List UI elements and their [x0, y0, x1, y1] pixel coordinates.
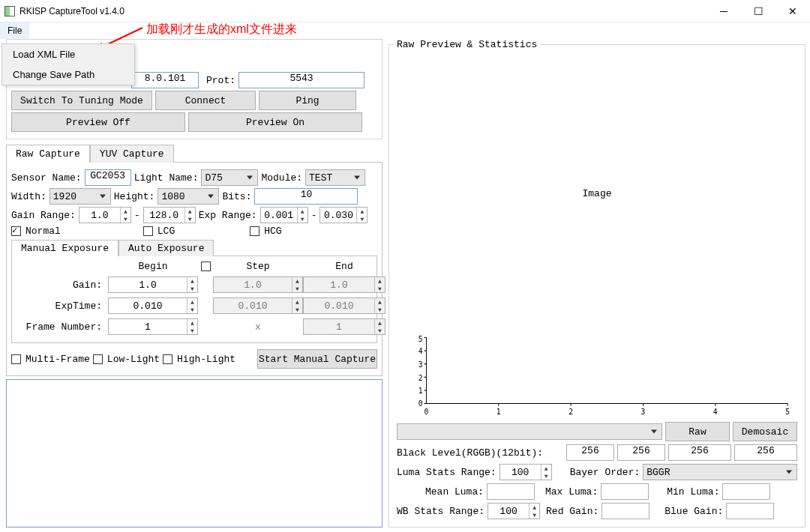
gain-begin-spin[interactable]: 1.0▲▼ [108, 276, 198, 293]
svg-text:0: 0 [418, 398, 423, 408]
exptime-begin-spin[interactable]: 0.010▲▼ [108, 297, 198, 314]
connect-button[interactable]: Connect [155, 91, 256, 110]
blue-gain-label: Blue Gain: [664, 506, 723, 517]
gain-range-label: Gain Range: [11, 210, 76, 221]
module-select[interactable]: TEST [305, 169, 365, 186]
lcg-check[interactable] [143, 226, 153, 236]
svg-text:1: 1 [418, 386, 423, 396]
light-select[interactable]: D75 [201, 169, 258, 186]
red-gain-label: Red Gain: [546, 506, 598, 517]
start-capture-button[interactable]: Start Manual Capture [257, 349, 377, 369]
svg-text:3: 3 [418, 360, 423, 369]
bayer-select[interactable]: BGGR [643, 464, 797, 480]
tab-raw-capture[interactable]: Raw Capture [6, 145, 90, 163]
gain-lo-spin[interactable]: 1.0▲▼ [79, 207, 131, 223]
minimize-button[interactable]: ─ [706, 0, 741, 22]
step-enable-check[interactable] [201, 262, 211, 271]
col-end: End [303, 261, 386, 272]
svg-text:5: 5 [418, 333, 423, 343]
wb-range-label: WB Stats Range: [397, 506, 484, 517]
exp-lo-spin[interactable]: 0.001▲▼ [260, 207, 308, 223]
lcg-label: LCG [158, 226, 175, 237]
frame-end-spin: 1▲▼ [303, 318, 386, 335]
gain-step-spin: 1.0▲▼ [213, 276, 303, 293]
image-preview: Image [394, 53, 800, 333]
normal-check[interactable] [11, 226, 21, 236]
ip-field[interactable]: 8.0.101 [131, 72, 199, 88]
tab-yuv-capture[interactable]: YUV Capture [90, 145, 174, 163]
window-title: RKISP CaptureTool v1.4.0 [20, 6, 124, 16]
gain-hi-spin[interactable]: 128.0▲▼ [143, 207, 196, 223]
exptime-label: ExpTime: [18, 300, 108, 312]
demosaic-button[interactable]: Demosaic [733, 422, 797, 441]
exp-hi-spin[interactable]: 0.030▲▼ [320, 207, 368, 223]
manual-exposure-panel: Begin Step End Gain: 1.0▲▼ 1.0▲▼ 1.0▲▼ E… [11, 256, 377, 343]
gain-label: Gain: [18, 279, 108, 291]
svg-text:2: 2 [568, 406, 573, 416]
min-luma-label: Min Luma: [667, 486, 719, 498]
normal-label: Normal [26, 226, 61, 237]
width-select[interactable]: 1920 [50, 188, 111, 205]
port-field[interactable]: 5543 [238, 72, 364, 88]
mean-luma-label: Mean Luma: [397, 486, 484, 498]
bl-r[interactable]: 256 [566, 444, 614, 461]
wb-range-spin[interactable]: 100▲▼ [488, 503, 540, 519]
switch-tuning-button[interactable]: Switch To Tuning Mode [11, 91, 152, 110]
exptime-step-spin: 0.010▲▼ [213, 297, 303, 314]
svg-text:1: 1 [496, 406, 501, 416]
multi-frame-label: Multi-Frame [26, 354, 90, 365]
svg-text:2: 2 [418, 372, 423, 382]
ping-button[interactable]: Ping [259, 91, 356, 110]
bits-label: Bits: [222, 191, 251, 202]
image-placeholder: Image [582, 188, 611, 199]
svg-text:4: 4 [418, 346, 423, 356]
hcg-label: HCG [264, 226, 281, 237]
frame-begin-spin[interactable]: 1▲▼ [108, 318, 198, 335]
bayer-label: Bayer Order: [570, 467, 640, 478]
low-light-check[interactable] [93, 354, 103, 364]
log-area[interactable] [6, 379, 382, 528]
gain-end-spin: 1.0▲▼ [303, 276, 386, 293]
module-label: Module: [261, 172, 302, 184]
raw-capture-panel: Sensor Name: GC2053 Light Name: D75 Modu… [6, 162, 382, 376]
hcg-check[interactable] [250, 226, 260, 236]
app-icon [4, 6, 15, 16]
file-dropdown: Load XML File Change Save Path [2, 43, 135, 85]
stats-select[interactable] [397, 423, 662, 440]
red-gain-field [602, 503, 650, 519]
preview-on-button[interactable]: Preview On [188, 112, 362, 132]
preview-title: Raw Preview & Statistics [394, 39, 540, 50]
bl-g2[interactable]: 256 [668, 444, 731, 461]
luma-range-label: Luma Stats Range: [397, 467, 496, 478]
sensor-field[interactable]: GC2053 [85, 169, 131, 186]
titlebar: RKISP CaptureTool v1.4.0 ─ ☐ ✕ [0, 0, 810, 22]
blue-gain-field [726, 503, 774, 519]
multi-frame-check[interactable] [11, 354, 21, 364]
raw-button[interactable]: Raw [665, 422, 730, 441]
menu-file[interactable]: File [0, 22, 29, 39]
width-label: Width: [11, 191, 46, 202]
col-step: Step [213, 261, 303, 272]
maximize-button[interactable]: ☐ [741, 0, 776, 22]
annotation-text: 加载刚才生成的xml文件进来 [146, 22, 297, 37]
tab-manual-exposure[interactable]: Manual Exposure [11, 240, 118, 256]
bl-g1[interactable]: 256 [617, 444, 665, 461]
preview-off-button[interactable]: Preview Off [11, 112, 185, 132]
max-luma-label: Max Luma: [545, 486, 598, 498]
high-light-check[interactable] [163, 354, 172, 364]
col-begin: Begin [108, 261, 198, 272]
menu-change-save-path[interactable]: Change Save Path [2, 64, 134, 85]
menu-load-xml[interactable]: Load XML File [2, 44, 134, 64]
port-label: Prot: [206, 75, 236, 86]
height-select[interactable]: 1080 [158, 188, 219, 205]
bl-b[interactable]: 256 [734, 444, 797, 461]
tab-auto-exposure[interactable]: Auto Exposure [118, 240, 214, 256]
height-label: Height: [114, 191, 155, 202]
luma-range-spin[interactable]: 100▲▼ [500, 464, 552, 480]
min-luma-field [722, 483, 770, 500]
max-luma-field [601, 483, 649, 500]
low-light-label: Low-Light [107, 354, 160, 365]
bits-field[interactable]: 10 [254, 188, 358, 205]
mean-luma-field [487, 483, 535, 500]
close-button[interactable]: ✕ [776, 0, 810, 22]
